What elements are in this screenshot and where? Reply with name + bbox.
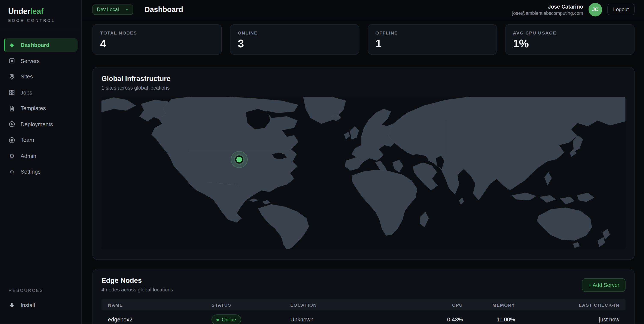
- sidebar: Underleaf EDGE CONTROL Dashboard Servers: [0, 0, 82, 324]
- status-label: Online: [222, 317, 236, 322]
- sidebar-nav: Dashboard Servers Sites Jobs: [0, 29, 81, 287]
- sidebar-item-label: Dashboard: [20, 42, 50, 48]
- grid-icon: [8, 89, 15, 96]
- node-location: Unknown: [284, 316, 385, 323]
- stat-label: AVG CPU USAGE: [513, 31, 627, 35]
- online-dot-icon: [216, 318, 219, 321]
- edge-nodes-section: Edge Nodes 4 nodes across global locatio…: [92, 269, 634, 324]
- stat-value: 1: [375, 38, 489, 50]
- node-name: edgebox2: [102, 316, 205, 323]
- stat-label: TOTAL NODES: [100, 31, 214, 35]
- sidebar-item-label: Admin: [20, 153, 36, 159]
- environment-selector[interactable]: Dev Local ▼: [92, 4, 133, 15]
- stat-value: 1%: [513, 38, 627, 50]
- dashboard-content: TOTAL NODES 4 ONLINE 3 OFFLINE 1 AVG CPU…: [82, 19, 644, 324]
- sidebar-item-label: Servers: [20, 58, 40, 64]
- edge-nodes-table: NAME STATUS LOCATION CPU MEMORY LAST CHE…: [102, 299, 626, 324]
- sidebar-item-settings[interactable]: ⚙ Settings: [4, 165, 78, 178]
- brand-name: Underleaf: [8, 7, 73, 16]
- column-header-status: STATUS: [205, 302, 284, 307]
- world-map[interactable]: [102, 97, 626, 250]
- sidebar-item-templates[interactable]: Templates: [4, 102, 78, 115]
- sidebar-item-dashboard[interactable]: Dashboard: [4, 38, 78, 52]
- sidebar-item-team[interactable]: Team: [4, 133, 78, 147]
- brand-logo: Underleaf EDGE CONTROL: [0, 0, 81, 29]
- sidebar-item-deployments[interactable]: Deployments: [4, 117, 78, 131]
- gear-icon: ⚙: [8, 153, 15, 159]
- main-area: Dev Local ▼ Dashboard Jose Catarino jose…: [82, 0, 644, 324]
- user-circle-icon: [8, 137, 15, 143]
- map-pin-icon: [8, 73, 15, 80]
- user-name: Jose Catarino: [512, 4, 583, 10]
- column-header-last-checkin: LAST CHECK-IN: [515, 302, 626, 307]
- stats-grid: TOTAL NODES 4 ONLINE 3 OFFLINE 1 AVG CPU…: [92, 24, 634, 55]
- column-header-memory: MEMORY: [463, 302, 515, 307]
- stat-card-avg-cpu: AVG CPU USAGE 1%: [505, 24, 634, 55]
- user-email: jose@ambientlabscomputing.com: [512, 11, 583, 16]
- column-header-name: NAME: [102, 302, 205, 307]
- node-last-checkin: just now: [515, 316, 626, 323]
- world-map-svg: [102, 97, 626, 250]
- section-subtitle: 4 nodes across global locations: [102, 287, 173, 293]
- sidebar-item-label: Deployments: [20, 121, 53, 127]
- gear-small-icon: ⚙: [8, 168, 15, 175]
- brand-tagline: EDGE CONTROL: [8, 18, 73, 23]
- app-window: Underleaf EDGE CONTROL Dashboard Servers: [0, 0, 644, 324]
- column-header-location: LOCATION: [284, 302, 385, 307]
- server-icon: [8, 58, 15, 64]
- environment-selector-value: Dev Local: [97, 7, 119, 13]
- sidebar-item-sites[interactable]: Sites: [4, 70, 78, 83]
- download-icon: [8, 302, 15, 308]
- sidebar-item-label: Templates: [20, 105, 46, 111]
- topbar-user-area: Jose Catarino jose@ambientlabscomputing.…: [512, 3, 634, 16]
- sidebar-item-label: Sites: [20, 74, 33, 80]
- user-meta: Jose Catarino jose@ambientlabscomputing.…: [512, 4, 583, 16]
- page-title: Dashboard: [144, 5, 183, 14]
- stat-value: 3: [238, 38, 352, 50]
- sidebar-item-label: Jobs: [20, 89, 32, 96]
- edge-nodes-header: Edge Nodes 4 nodes across global locatio…: [102, 277, 626, 293]
- online-site-marker: [231, 151, 248, 168]
- chevron-down-icon: ▼: [126, 8, 128, 11]
- section-subtitle: 1 sites across global locations: [102, 85, 626, 91]
- section-title: Global Infrastructure: [102, 75, 626, 83]
- table-row[interactable]: edgebox2 Online Unknown 0.43% 11.00% jus…: [102, 310, 626, 324]
- sidebar-item-label: Team: [20, 137, 34, 143]
- status-badge: Online: [212, 314, 241, 324]
- stat-card-offline: OFFLINE 1: [368, 24, 497, 55]
- section-title: Edge Nodes: [102, 277, 173, 285]
- stat-label: OFFLINE: [375, 31, 489, 35]
- sidebar-item-jobs[interactable]: Jobs: [4, 86, 78, 99]
- sidebar-item-install[interactable]: Install: [4, 298, 78, 312]
- play-circle-icon: [8, 121, 15, 128]
- global-infrastructure-section: Global Infrastructure 1 sites across glo…: [92, 67, 634, 260]
- node-memory: 11.00%: [463, 316, 515, 323]
- node-cpu: 0.43%: [385, 316, 463, 323]
- node-status-cell: Online: [205, 314, 284, 324]
- stat-value: 4: [100, 38, 214, 50]
- sidebar-item-label: Settings: [20, 169, 41, 175]
- resources-heading: RESOURCES: [4, 287, 78, 292]
- table-header-row: NAME STATUS LOCATION CPU MEMORY LAST CHE…: [102, 299, 626, 310]
- sidebar-resources: RESOURCES Install: [0, 287, 81, 324]
- logout-button[interactable]: Logout: [608, 4, 634, 15]
- stat-label: ONLINE: [238, 31, 352, 35]
- add-server-button[interactable]: + Add Server: [582, 278, 625, 292]
- document-icon: [8, 105, 15, 112]
- sidebar-item-admin[interactable]: ⚙ Admin: [4, 149, 78, 162]
- stat-card-total-nodes: TOTAL NODES 4: [92, 24, 222, 55]
- diamond-icon: [8, 42, 15, 49]
- avatar[interactable]: JC: [588, 3, 602, 16]
- sidebar-item-label: Install: [20, 302, 35, 308]
- stat-card-online: ONLINE 3: [230, 24, 359, 55]
- topbar: Dev Local ▼ Dashboard Jose Catarino jose…: [82, 0, 644, 19]
- column-header-cpu: CPU: [385, 302, 463, 307]
- sidebar-item-servers[interactable]: Servers: [4, 54, 78, 68]
